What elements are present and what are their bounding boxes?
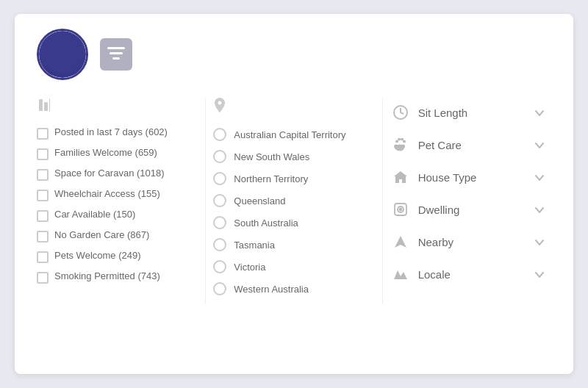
radio-button[interactable] xyxy=(213,172,226,185)
radio-label: Northern Territory xyxy=(234,173,308,184)
svg-marker-11 xyxy=(394,270,407,279)
checkbox[interactable] xyxy=(37,231,49,242)
checkbox[interactable] xyxy=(37,251,49,263)
locale-chevron xyxy=(535,268,544,280)
region-header xyxy=(213,98,367,118)
radio-item[interactable]: Western Australia xyxy=(213,282,367,295)
radio-item[interactable]: New South Wales xyxy=(213,150,367,163)
logo xyxy=(37,29,88,80)
radio-item[interactable]: Victoria xyxy=(213,260,367,273)
filter-icon-box xyxy=(100,38,132,71)
checkbox[interactable] xyxy=(37,272,49,284)
svg-marker-10 xyxy=(395,236,406,248)
radio-item[interactable]: South Australia xyxy=(213,216,367,229)
radio-label: New South Wales xyxy=(234,151,309,162)
dwelling-label: Dwelling xyxy=(418,204,528,216)
filter-nearby[interactable]: Nearby xyxy=(390,231,544,252)
radio-button[interactable] xyxy=(213,260,226,273)
checkbox-label: Pets Welcome (249) xyxy=(54,250,141,262)
refine-search-icon xyxy=(106,46,126,63)
filters-list: Sit Length Pet Care House Type Dwelling … xyxy=(390,102,544,284)
region-column: Australian Capital Territory New South W… xyxy=(213,98,374,304)
checkbox-label: Families Welcome (659) xyxy=(54,147,157,159)
checkbox-label: Space for Caravan (1018) xyxy=(54,168,165,180)
sit-length-label: Sit Length xyxy=(418,107,528,119)
checkbox-item[interactable]: Space for Caravan (1018) xyxy=(37,168,190,181)
pet-care-chevron xyxy=(535,139,544,151)
header-title-area xyxy=(100,38,143,71)
checkbox-item[interactable]: Families Welcome (659) xyxy=(37,147,190,160)
pet-care-icon xyxy=(390,134,411,155)
checkbox-label: No Garden Care (867) xyxy=(54,229,149,242)
nearby-chevron xyxy=(535,236,544,248)
sit-length-icon xyxy=(390,102,411,123)
radio-button[interactable] xyxy=(213,194,226,207)
region-icon xyxy=(213,98,226,118)
nearby-label: Nearby xyxy=(418,236,528,248)
filter-locale[interactable]: Locale xyxy=(390,264,544,284)
job-details-icon xyxy=(37,98,51,116)
pet-care-label: Pet Care xyxy=(418,139,528,151)
svg-rect-1 xyxy=(110,52,123,54)
columns-container: Posted in last 7 days (602) Families Wel… xyxy=(37,98,551,304)
job-details-header xyxy=(37,98,190,116)
radio-item[interactable]: Queensland xyxy=(213,194,367,207)
radio-button[interactable] xyxy=(213,216,226,229)
svg-rect-0 xyxy=(107,47,125,49)
checkbox-item[interactable]: Posted in last 7 days (602) xyxy=(37,126,190,140)
region-list: Australian Capital Territory New South W… xyxy=(213,128,367,295)
filter-house-type[interactable]: House Type xyxy=(390,167,544,187)
sit-length-chevron xyxy=(535,107,544,118)
filter-pet-care[interactable]: Pet Care xyxy=(390,134,544,155)
job-details-column: Posted in last 7 days (602) Families Wel… xyxy=(37,98,198,304)
radio-label: Victoria xyxy=(234,262,265,273)
filter-sit-length[interactable]: Sit Length xyxy=(390,102,544,123)
checkbox-item[interactable]: Car Available (150) xyxy=(37,209,190,222)
divider-2 xyxy=(382,98,383,304)
svg-rect-2 xyxy=(112,57,120,60)
radio-item[interactable]: Australian Capital Territory xyxy=(213,128,367,141)
radio-button[interactable] xyxy=(213,238,226,251)
locale-label: Locale xyxy=(418,268,528,281)
locale-icon xyxy=(390,264,411,284)
radio-label: Queensland xyxy=(234,195,285,206)
checkbox-label: Smoking Permitted (743) xyxy=(54,270,160,283)
checkbox-label: Wheelchair Access (155) xyxy=(54,188,160,201)
checkbox-item[interactable]: Pets Welcome (249) xyxy=(37,250,190,263)
radio-label: Australian Capital Territory xyxy=(234,129,345,140)
radio-label: South Australia xyxy=(234,218,298,229)
divider-1 xyxy=(205,98,206,304)
radio-button[interactable] xyxy=(213,128,226,141)
dwelling-icon xyxy=(390,199,411,220)
checkbox[interactable] xyxy=(37,128,49,140)
checkbox[interactable] xyxy=(37,210,49,222)
dwelling-chevron xyxy=(535,204,544,215)
svg-rect-3 xyxy=(39,99,43,111)
radio-label: Tasmania xyxy=(234,240,275,251)
header xyxy=(37,29,551,80)
checkbox-item[interactable]: Smoking Permitted (743) xyxy=(37,270,190,284)
house-type-icon xyxy=(390,167,411,187)
filter-dwelling[interactable]: Dwelling xyxy=(390,199,544,220)
checkbox[interactable] xyxy=(37,190,49,201)
checkbox-item[interactable]: Wheelchair Access (155) xyxy=(37,188,190,201)
checkbox[interactable] xyxy=(37,169,49,181)
radio-button[interactable] xyxy=(213,282,226,295)
nearby-icon xyxy=(390,231,411,252)
main-card: Posted in last 7 days (602) Families Wel… xyxy=(15,14,573,374)
svg-rect-4 xyxy=(44,102,48,111)
radio-item[interactable]: Tasmania xyxy=(213,238,367,251)
job-details-list: Posted in last 7 days (602) Families Wel… xyxy=(37,126,190,284)
svg-point-9 xyxy=(399,209,401,211)
house-type-label: House Type xyxy=(418,171,528,184)
checkbox-item[interactable]: No Garden Care (867) xyxy=(37,229,190,242)
checkbox-label: Car Available (150) xyxy=(54,209,135,221)
svg-rect-5 xyxy=(49,98,50,112)
radio-button[interactable] xyxy=(213,150,226,163)
checkbox[interactable] xyxy=(37,148,49,160)
radio-label: Western Australia xyxy=(234,284,309,295)
checkbox-label: Posted in last 7 days (602) xyxy=(54,126,168,139)
filters-column: Sit Length Pet Care House Type Dwelling … xyxy=(390,98,551,304)
house-type-chevron xyxy=(535,171,544,183)
radio-item[interactable]: Northern Territory xyxy=(213,172,367,185)
